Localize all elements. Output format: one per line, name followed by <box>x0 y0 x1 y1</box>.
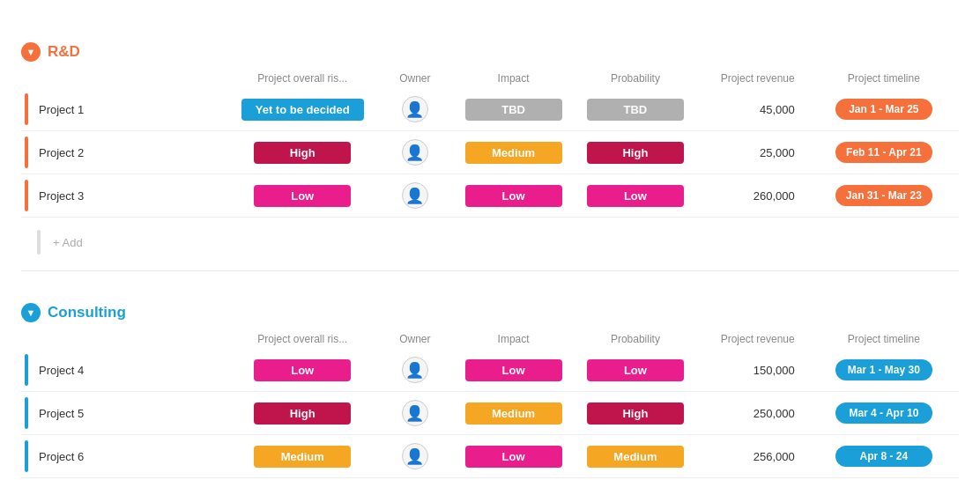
chevron-icon-consulting[interactable]: ▼ <box>21 303 41 322</box>
probability-badge[interactable]: Medium <box>587 446 684 468</box>
timeline-badge[interactable]: Mar 4 - Apr 10 <box>835 402 932 424</box>
risk-badge[interactable]: Medium <box>254 446 351 468</box>
owner-icon[interactable]: 👤 <box>402 443 428 469</box>
impact-cell[interactable]: Low <box>452 174 574 218</box>
col-header-5: Project timeline <box>809 329 959 349</box>
risk-cell[interactable]: Yet to be decided <box>227 88 377 131</box>
revenue-cell: 260,000 <box>696 174 809 218</box>
project-name-cell: Project 2 <box>21 131 227 174</box>
project-name-cell: Project 6 <box>21 435 227 478</box>
col-header-2: Impact <box>452 329 574 349</box>
timeline-cell[interactable]: Feb 11 - Apr 21 <box>809 131 959 174</box>
col-header-4: Project revenue <box>696 329 809 349</box>
impact-cell[interactable]: Medium <box>452 392 574 435</box>
risk-badge[interactable]: Yet to be decided <box>241 99 364 121</box>
owner-icon[interactable]: 👤 <box>402 182 428 209</box>
add-row[interactable]: + Add <box>21 218 959 268</box>
probability-cell[interactable]: Medium <box>575 435 696 478</box>
risk-badge[interactable]: High <box>254 402 351 425</box>
revenue-cell: 150,000 <box>696 349 809 392</box>
col-header-0: Project overall ris... <box>227 329 377 349</box>
owner-cell[interactable]: 👤 <box>377 392 452 435</box>
section-title-consulting: Consulting <box>48 304 126 321</box>
section-header-consulting[interactable]: ▼Consulting <box>21 303 959 322</box>
project-name-cell: Project 3 <box>21 174 227 218</box>
timeline-cell[interactable]: Mar 1 - May 30 <box>809 349 959 392</box>
owner-icon[interactable]: 👤 <box>402 139 428 166</box>
risk-cell[interactable]: Medium <box>227 435 377 478</box>
probability-badge[interactable]: TBD <box>587 99 684 121</box>
owner-cell[interactable]: 👤 <box>377 435 452 478</box>
timeline-badge[interactable]: Jan 31 - Mar 23 <box>835 185 932 206</box>
add-label: + Add <box>53 236 83 249</box>
timeline-cell[interactable]: Jan 31 - Mar 23 <box>809 174 959 218</box>
project-name-cell: Project 4 <box>21 349 227 392</box>
table-row: Project 4Low👤LowLow150,000Mar 1 - May 30 <box>21 349 959 392</box>
revenue-cell: 250,000 <box>696 392 809 435</box>
timeline-cell[interactable]: Jan 1 - Mar 25 <box>809 88 959 131</box>
probability-badge[interactable]: High <box>587 142 684 164</box>
probability-cell[interactable]: Low <box>575 174 696 218</box>
probability-cell[interactable]: TBD <box>575 88 696 131</box>
risk-badge[interactable]: High <box>254 142 351 164</box>
timeline-badge[interactable]: Mar 1 - May 30 <box>835 359 932 380</box>
timeline-cell[interactable]: Mar 4 - Apr 10 <box>809 392 959 435</box>
chevron-icon-rd[interactable]: ▼ <box>21 42 41 62</box>
add-row-cell: + Add <box>21 218 959 268</box>
probability-badge[interactable]: High <box>587 402 684 425</box>
risk-cell[interactable]: High <box>227 392 377 435</box>
project-name-cell: Project 1 <box>21 88 227 131</box>
owner-icon[interactable]: 👤 <box>402 96 428 122</box>
impact-badge[interactable]: Low <box>465 359 562 381</box>
revenue-cell: 25,000 <box>696 131 809 174</box>
risk-cell[interactable]: Low <box>227 349 377 392</box>
section-header-rd[interactable]: ▼R&D <box>21 42 959 62</box>
project-name: Project 4 <box>28 364 94 377</box>
impact-cell[interactable]: Low <box>452 435 574 478</box>
owner-cell[interactable]: 👤 <box>377 349 452 392</box>
timeline-badge[interactable]: Apr 8 - 24 <box>835 446 932 467</box>
probability-cell[interactable]: High <box>575 131 696 174</box>
owner-icon[interactable]: 👤 <box>402 400 428 426</box>
col-header-3: Probability <box>575 69 696 88</box>
table-row: Project 2High👤MediumHigh25,000Feb 11 - A… <box>21 131 959 174</box>
owner-cell[interactable]: 👤 <box>377 131 452 174</box>
table-row: Project 1Yet to be decided👤TBDTBD45,000J… <box>21 88 959 131</box>
col-header-project <box>21 329 227 349</box>
table-consulting: Project overall ris...OwnerImpactProbabi… <box>21 329 959 480</box>
project-name: Project 5 <box>28 407 94 420</box>
col-header-4: Project revenue <box>696 69 809 88</box>
probability-badge[interactable]: Low <box>587 359 684 381</box>
probability-cell[interactable]: High <box>575 392 696 435</box>
project-name-cell: Project 5 <box>21 392 227 435</box>
impact-badge[interactable]: TBD <box>465 99 562 121</box>
owner-cell[interactable]: 👤 <box>377 88 452 131</box>
impact-cell[interactable]: TBD <box>452 88 574 131</box>
risk-badge[interactable]: Low <box>254 359 351 381</box>
impact-badge[interactable]: Medium <box>465 142 562 164</box>
owner-cell[interactable]: 👤 <box>377 174 452 218</box>
timeline-cell[interactable]: Apr 8 - 24 <box>809 435 959 478</box>
probability-badge[interactable]: Low <box>587 185 684 207</box>
impact-badge[interactable]: Low <box>465 185 562 207</box>
col-header-5: Project timeline <box>809 69 959 88</box>
table-rd: Project overall ris...OwnerImpactProbabi… <box>21 69 959 267</box>
impact-badge[interactable]: Low <box>465 446 562 468</box>
impact-badge[interactable]: Medium <box>465 402 562 425</box>
timeline-badge[interactable]: Jan 1 - Mar 25 <box>835 99 932 120</box>
add-button[interactable]: + Add <box>25 223 955 262</box>
project-name: Project 3 <box>28 189 94 203</box>
owner-icon[interactable]: 👤 <box>402 357 428 383</box>
risk-cell[interactable]: High <box>227 131 377 174</box>
timeline-badge[interactable]: Feb 11 - Apr 21 <box>835 142 932 163</box>
col-header-1: Owner <box>377 329 452 349</box>
impact-cell[interactable]: Low <box>452 349 574 392</box>
section-divider <box>21 270 959 271</box>
section-rd: ▼R&DProject overall ris...OwnerImpactPro… <box>21 42 959 271</box>
section-consulting: ▼ConsultingProject overall ris...OwnerIm… <box>21 303 959 480</box>
col-header-2: Impact <box>452 69 574 88</box>
probability-cell[interactable]: Low <box>575 349 696 392</box>
risk-cell[interactable]: Low <box>227 174 377 218</box>
risk-badge[interactable]: Low <box>254 185 351 207</box>
impact-cell[interactable]: Medium <box>452 131 574 174</box>
